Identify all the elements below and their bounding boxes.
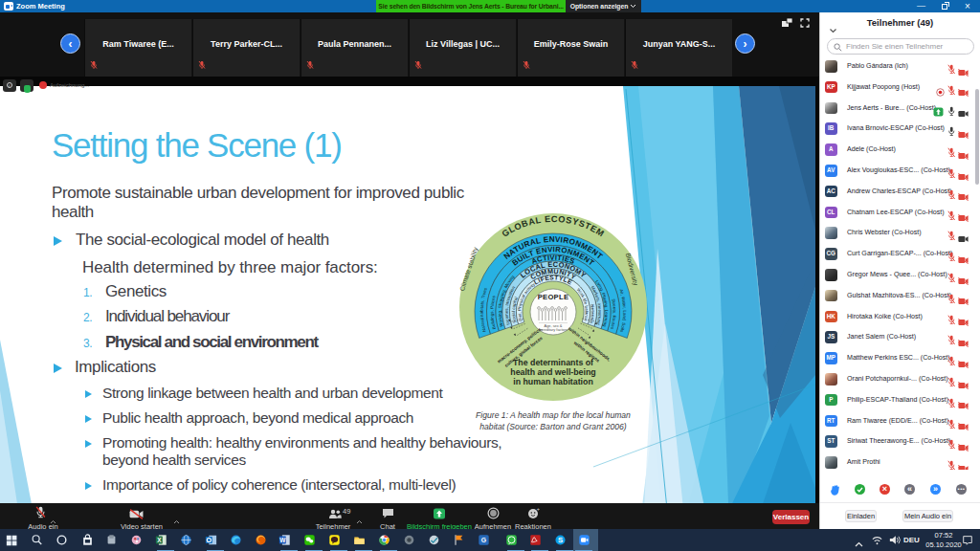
svg-text:PEOPLE: PEOPLE <box>538 293 569 301</box>
svg-text:in human habitation: in human habitation <box>513 377 593 386</box>
svg-text:+: + <box>537 507 541 512</box>
svg-text:health and well-being: health and well-being <box>510 367 595 377</box>
svg-text:S: S <box>558 536 563 544</box>
svg-text:W: W <box>279 537 286 543</box>
svg-text:The determinants of: The determinants of <box>513 358 593 367</box>
svg-text:G: G <box>481 537 486 543</box>
svg-text:hereditary factors: hereditary factors <box>539 327 568 332</box>
svg-text:X: X <box>157 537 162 543</box>
